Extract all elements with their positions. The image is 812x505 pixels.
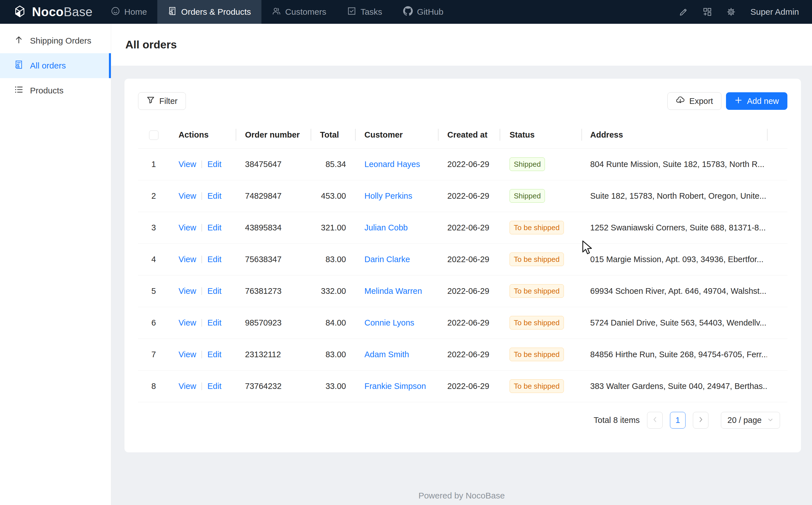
- filter-icon: [147, 96, 155, 106]
- column-header-filler: [767, 122, 787, 148]
- row-index-cell: 6: [138, 307, 169, 339]
- column-header-address: Address: [581, 122, 767, 148]
- customer-cell: Connie Lyons: [355, 307, 438, 339]
- customer-link[interactable]: Darin Clarke: [364, 255, 410, 264]
- select-all-checkbox[interactable]: [149, 131, 159, 140]
- edit-link[interactable]: Edit: [207, 318, 222, 327]
- sidebar-item-shipping-orders[interactable]: Shipping Orders: [0, 28, 111, 53]
- powered-by-footer: Powered by NocoBase: [111, 491, 812, 500]
- main-area: All orders Filter: [111, 24, 812, 505]
- edit-link[interactable]: Edit: [207, 255, 222, 264]
- row-index-cell: 5: [138, 275, 169, 307]
- status-badge: To be shipped: [510, 252, 564, 266]
- order-number-cell: 73764232: [236, 370, 311, 402]
- orders-table: Actions Order number Total Customer Crea…: [138, 122, 787, 402]
- cube-logo-icon: [13, 4, 27, 19]
- created-at-cell: 2022-06-29: [438, 180, 500, 212]
- actions-cell: ViewEdit: [169, 180, 236, 212]
- export-button-label: Export: [689, 97, 713, 106]
- order-number-cell: 43895834: [236, 212, 311, 243]
- view-link[interactable]: View: [179, 160, 196, 169]
- nav-item-label: Orders & Products: [181, 7, 251, 17]
- table-row: 8ViewEdit7376423233.00Frankie Simpson202…: [138, 370, 787, 402]
- add-new-button[interactable]: Add new: [726, 92, 787, 110]
- row-index: 3: [152, 223, 156, 232]
- order-number-cell: 76381273: [236, 275, 311, 307]
- view-link[interactable]: View: [179, 255, 196, 264]
- address-cell: 804 Runte Mission, Suite 182, 15783, Nor…: [581, 148, 767, 180]
- view-link[interactable]: View: [179, 287, 196, 296]
- sidebar: Shipping Orders All orders Products: [0, 24, 111, 505]
- logo-text: NocoBase: [32, 5, 92, 19]
- edit-link[interactable]: Edit: [207, 287, 222, 296]
- customer-link[interactable]: Melinda Warren: [364, 287, 422, 296]
- status-cell: To be shipped: [500, 339, 581, 370]
- edit-link[interactable]: Edit: [207, 350, 222, 359]
- pagination-next-button[interactable]: [693, 412, 709, 429]
- gear-icon[interactable]: [719, 0, 743, 24]
- customer-link[interactable]: Frankie Simpson: [364, 381, 426, 391]
- pagination-prev-button[interactable]: [647, 412, 662, 429]
- check-square-icon: [347, 6, 356, 18]
- total-cell: 321.00: [311, 212, 355, 243]
- status-cell: Shipped: [500, 180, 581, 212]
- nav-item-customers[interactable]: Customers: [261, 0, 337, 24]
- address-cell: 015 Margie Mission, Apt. 093, 34936, Ebe…: [581, 243, 767, 275]
- actions-cell: ViewEdit: [169, 212, 236, 243]
- customer-link[interactable]: Adam Smith: [364, 350, 409, 359]
- page-title: All orders: [125, 38, 177, 51]
- nav-item-github[interactable]: GitHub: [393, 0, 454, 24]
- actions-cell: ViewEdit: [169, 148, 236, 180]
- customer-link[interactable]: Leonard Hayes: [364, 160, 420, 169]
- edit-link[interactable]: Edit: [207, 160, 222, 169]
- pagination-page-1[interactable]: 1: [670, 412, 686, 429]
- view-link[interactable]: View: [179, 381, 196, 391]
- status-cell: To be shipped: [500, 243, 581, 275]
- actions-cell: ViewEdit: [169, 370, 236, 402]
- nav-item-home[interactable]: Home: [100, 0, 157, 24]
- view-link[interactable]: View: [179, 350, 196, 359]
- customer-link[interactable]: Holly Perkins: [364, 191, 412, 200]
- actions-cell: ViewEdit: [169, 339, 236, 370]
- view-link[interactable]: View: [179, 318, 196, 327]
- customer-link[interactable]: Julian Cobb: [364, 223, 408, 232]
- nav-item-orders-products[interactable]: Orders & Products: [157, 0, 261, 24]
- edit-link[interactable]: Edit: [207, 191, 222, 200]
- edit-link[interactable]: Edit: [207, 223, 222, 232]
- chevron-right-icon: [698, 416, 704, 424]
- actions-cell: ViewEdit: [169, 243, 236, 275]
- filter-button[interactable]: Filter: [138, 92, 186, 110]
- status-cell: To be shipped: [500, 370, 581, 402]
- export-button[interactable]: Export: [667, 92, 722, 110]
- table-row: 7ViewEdit2313211283.00Adam Smith2022-06-…: [138, 339, 787, 370]
- address-cell: 84856 Hirthe Run, Suite 268, 94754-6705,…: [581, 339, 767, 370]
- github-icon: [403, 6, 413, 18]
- status-badge: Shipped: [510, 157, 545, 171]
- order-number-cell: 23132112: [236, 339, 311, 370]
- status-cell: Shipped: [500, 148, 581, 180]
- appstore-add-icon[interactable]: [696, 0, 719, 24]
- sidebar-item-all-orders[interactable]: All orders: [0, 53, 111, 78]
- action-divider: [202, 287, 202, 295]
- created-at-cell: 2022-06-29: [438, 243, 500, 275]
- customer-link[interactable]: Connie Lyons: [364, 318, 414, 327]
- user-menu[interactable]: Super Admin: [743, 7, 799, 17]
- sidebar-item-products[interactable]: Products: [0, 78, 111, 103]
- view-link[interactable]: View: [179, 191, 196, 200]
- row-index-cell: 4: [138, 243, 169, 275]
- customer-cell: Melinda Warren: [355, 275, 438, 307]
- nav-item-tasks[interactable]: Tasks: [337, 0, 393, 24]
- column-header-customer: Customer: [355, 122, 438, 148]
- edit-link[interactable]: Edit: [207, 381, 222, 391]
- column-header-status: Status: [500, 122, 581, 148]
- view-link[interactable]: View: [179, 223, 196, 232]
- chevron-down-icon: [767, 415, 774, 425]
- highlighter-icon[interactable]: [672, 0, 696, 24]
- created-at-cell: 2022-06-29: [438, 370, 500, 402]
- page-size-select[interactable]: 20 / page: [721, 412, 780, 429]
- created-at-cell: 2022-06-29: [438, 212, 500, 243]
- nocobase-logo[interactable]: NocoBase: [13, 4, 92, 19]
- row-index-cell: 1: [138, 148, 169, 180]
- status-cell: To be shipped: [500, 275, 581, 307]
- top-nav: NocoBase Home Orders & Products: [0, 0, 812, 24]
